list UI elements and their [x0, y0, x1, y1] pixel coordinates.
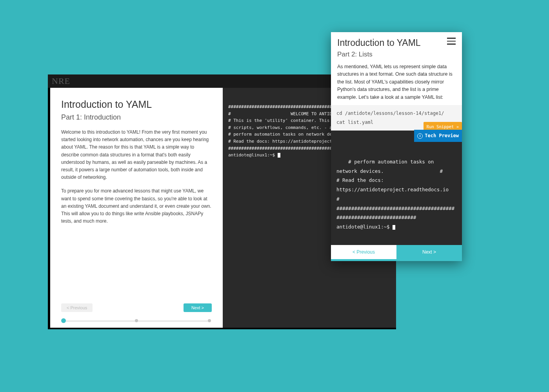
progress-step-3[interactable]: [208, 319, 211, 322]
terminal-cursor: [278, 153, 280, 158]
tech-preview-label: Tech Preview: [425, 131, 459, 140]
prev-button[interactable]: < Previous: [61, 303, 93, 312]
hamburger-icon[interactable]: [447, 38, 456, 45]
code-snippet: cd /antidote/lessons/lesson-14/stage1/ c…: [331, 105, 462, 131]
mobile-app-window: Introduction to YAML Part 2: Lists As me…: [331, 32, 462, 261]
mobile-nav: < Previous Next >: [331, 245, 462, 259]
logo: NRE: [52, 76, 70, 86]
mobile-lesson-title: Introduction to YAML: [337, 38, 456, 48]
run-snippet-label: Run Snippet »: [427, 123, 459, 131]
progress-track: [62, 319, 211, 323]
mobile-terminal-cursor: [393, 225, 395, 230]
lesson-para-2: To prepare you for more advanced lessons…: [61, 187, 212, 225]
tech-preview-badge[interactable]: i Tech Preview: [414, 130, 462, 142]
progress-step-2[interactable]: [135, 319, 138, 322]
mobile-header: Introduction to YAML Part 2: Lists As me…: [331, 32, 462, 105]
lesson-nav: < Previous Next >: [61, 303, 212, 312]
next-button[interactable]: Next >: [184, 303, 212, 312]
mobile-lesson-para: As mentioned, YAML lets us represent sim…: [337, 63, 456, 101]
lesson-para-1: Welcome to this introduction to YAML! Fr…: [61, 129, 212, 181]
mobile-bottom-accent: [331, 259, 462, 261]
mobile-terminal-output: # perform automation tasks on network de…: [336, 159, 454, 230]
progress-step-1[interactable]: [61, 318, 66, 323]
mobile-prev-button[interactable]: < Previous: [331, 245, 396, 259]
lesson-pane: Introduction to YAML Part 1: Introductio…: [50, 88, 223, 328]
info-icon: i: [417, 133, 423, 139]
mobile-terminal[interactable]: i Tech Preview # perform automation task…: [331, 131, 462, 245]
lesson-subtitle: Part 1: Introduction: [61, 113, 212, 122]
lesson-title: Introduction to YAML: [61, 99, 212, 110]
mobile-next-button[interactable]: Next >: [396, 245, 462, 259]
code-line-1: cd /antidote/lessons/lesson-14/stage1/: [336, 109, 456, 118]
mobile-lesson-subtitle: Part 2: Lists: [337, 51, 456, 58]
